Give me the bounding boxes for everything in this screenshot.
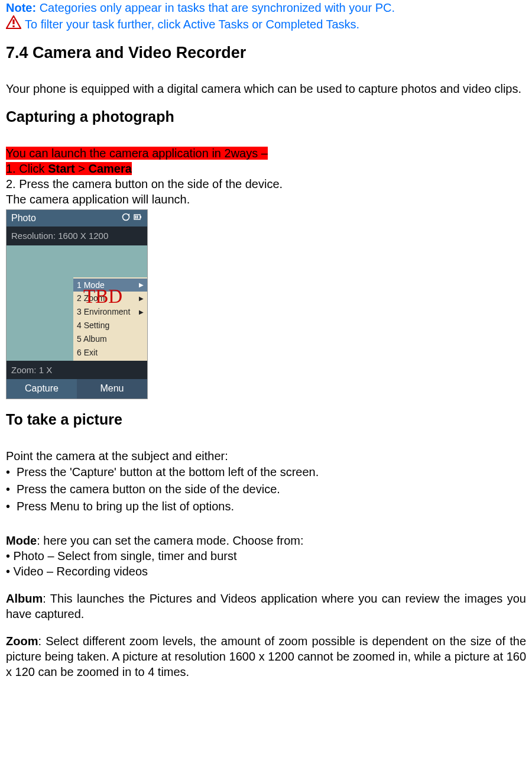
def-album: Album: This launches the Pictures and Vi… — [6, 591, 526, 622]
bullet-1: •Press the 'Capture' button at the botto… — [6, 464, 526, 481]
screenshot-menu: 1 Mode ▶ 2 Zoom ▶ 3 Environment ▶ 4 Sett… — [73, 277, 147, 361]
note-line: Note: Categories only appear in tasks th… — [6, 0, 526, 15]
softkey-capture: Capture — [7, 379, 77, 399]
camera-app-screenshot: Photo Resolution: 1600 X 1200 1 Mode ▶ 2… — [6, 209, 148, 400]
svg-rect-7 — [137, 215, 138, 218]
chevron-right-icon: ▶ — [139, 295, 144, 303]
warning-icon — [6, 15, 21, 33]
warning-text: To filter your task further, click Activ… — [25, 17, 359, 32]
note-text: Categories only appear in tasks that are… — [36, 1, 395, 14]
menu-item-zoom: 2 Zoom ▶ — [73, 292, 147, 305]
camera-intro: Your phone is equipped with a digital ca… — [6, 81, 526, 96]
menu-item-environment: 3 Environment ▶ — [73, 305, 147, 319]
menu-item-album: 5 Album — [73, 332, 147, 346]
svg-rect-5 — [140, 216, 141, 218]
screenshot-softkey-bar: Capture Menu — [7, 379, 147, 399]
menu-item-exit: 6 Exit — [73, 346, 147, 360]
chevron-right-icon: ▶ — [139, 308, 144, 316]
screenshot-viewport: 1 Mode ▶ 2 Zoom ▶ 3 Environment ▶ 4 Sett… — [7, 245, 147, 361]
battery-icon — [133, 212, 142, 225]
warning-line: To filter your task further, click Activ… — [6, 15, 526, 33]
menu-item-mode: 1 Mode ▶ — [73, 279, 147, 292]
sync-icon — [122, 212, 131, 225]
menu-item-setting: 4 Setting — [73, 319, 147, 332]
bullet-3: •Press Menu to bring up the list of opti… — [6, 498, 526, 515]
mode-item-photo: • Photo – Select from single, timer and … — [6, 548, 526, 564]
svg-point-3 — [123, 213, 129, 220]
take-pic-intro: Point the camera at the subject and eith… — [6, 448, 526, 464]
chevron-right-icon: ▶ — [139, 281, 144, 289]
svg-rect-6 — [135, 215, 137, 218]
softkey-menu: Menu — [77, 379, 147, 399]
zoom-label: Zoom: 1 X — [11, 364, 142, 376]
svg-rect-1 — [12, 20, 14, 24]
screenshot-titlebar: Photo — [7, 210, 147, 227]
launch-line-2: 1. Click Start > Camera — [6, 162, 132, 175]
heading-camera: 7.4 Camera and Video Recorder — [6, 43, 526, 63]
def-zoom: Zoom: Select different zoom levels, the … — [6, 633, 526, 680]
svg-rect-2 — [12, 25, 14, 27]
launch-instructions: You can launch the camera application in… — [6, 145, 526, 207]
launch-line-4: The camera application will launch. — [6, 192, 526, 207]
screenshot-title: Photo — [11, 212, 36, 225]
heading-take-picture: To take a picture — [6, 410, 526, 429]
launch-line-3: 2. Press the camera button on the side o… — [6, 176, 526, 192]
launch-line-1: You can launch the camera application in… — [6, 147, 268, 160]
heading-capturing: Capturing a photograph — [6, 107, 526, 127]
mode-item-video: • Video – Recording videos — [6, 564, 526, 579]
screenshot-status-icons — [122, 212, 142, 225]
bullet-2: •Press the camera button on the side of … — [6, 481, 526, 498]
screenshot-zoom-bar: Zoom: 1 X — [7, 361, 147, 380]
def-mode: Mode: here you can set the camera mode. … — [6, 533, 526, 548]
screenshot-resolution: Resolution: 1600 X 1200 — [7, 227, 147, 245]
note-label: Note: — [6, 1, 36, 14]
